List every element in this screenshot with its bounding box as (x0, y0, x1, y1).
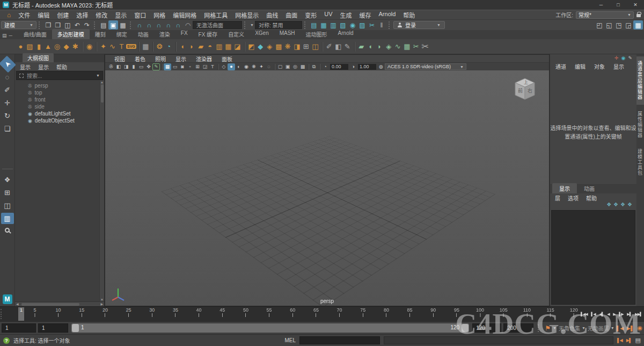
select-hierarchy-icon[interactable]: ▤ (99, 20, 108, 30)
anim-layer-select[interactable]: 无动画层▼ (588, 324, 614, 332)
outliner-item[interactable]: ✇ persp (15, 82, 99, 89)
snap-view-plane-icon[interactable]: ∩ (173, 20, 183, 30)
sidebar-tab[interactable]: 通道盒/层编辑器 (636, 56, 644, 105)
sculpt-tool-icon[interactable]: ◈ (384, 41, 393, 53)
resolution-gate-icon[interactable]: ◙ (179, 63, 186, 70)
bridge-icon[interactable]: ◈ (265, 41, 274, 53)
prev-message-icon[interactable]: ▌◀ (617, 338, 623, 343)
single-pane-layout-button[interactable]: ❖ (1, 174, 14, 185)
shelf-tab[interactable]: 雕刻 (90, 29, 111, 39)
range-slider[interactable]: 1 120 (71, 323, 469, 333)
outliner-item[interactable]: ✇ front (15, 96, 99, 103)
grid-toggle-icon[interactable]: ▦ (164, 63, 171, 70)
menu-item[interactable]: 曲线 (262, 11, 282, 19)
outliner-menu-item[interactable]: 帮助 (53, 63, 71, 70)
menu-item[interactable]: 变形 (301, 11, 320, 19)
next-message-icon[interactable]: ▶▌ (626, 338, 632, 343)
step-forward-key-button[interactable]: ▶▌ (627, 312, 631, 316)
zoom-tool-icon[interactable] (5, 228, 10, 233)
minimize-button[interactable]: ─ (592, 0, 610, 10)
prev-key-icon[interactable]: ▌◀ (617, 326, 624, 331)
time-editor-icon[interactable]: ◔ (164, 41, 173, 53)
go-to-end-button[interactable]: ▶▶▌ (635, 312, 642, 316)
poly-cylinder-icon[interactable]: ▮ (34, 41, 43, 53)
mel-toggle[interactable]: MEL (284, 337, 296, 343)
group-grip[interactable] (39, 21, 41, 29)
extrude-icon[interactable]: ◩ (247, 41, 256, 53)
playback-end-field[interactable]: 120 (472, 323, 501, 333)
shelf-tab[interactable]: 多边形建模 (52, 29, 90, 39)
boolean-difference-icon[interactable]: ▥ (215, 41, 224, 53)
attribute-spreadsheet-icon[interactable]: ◲ (624, 20, 633, 30)
go-to-start-button[interactable]: ▌◀◀ (581, 312, 588, 316)
relax-tool-icon[interactable]: ◖ (366, 41, 375, 53)
exposure-icon[interactable]: ◔ (321, 63, 329, 70)
outliner-menu-item[interactable]: 显示 (16, 63, 34, 70)
shelf-tab[interactable]: XGen (250, 29, 274, 39)
camera-attributes-icon[interactable]: ◨ (122, 63, 130, 70)
view-transform-icon[interactable]: ◍ (377, 63, 385, 70)
symmetry-field[interactable]: 对称: 禁用 (255, 21, 302, 29)
bevel-icon[interactable]: ◆ (256, 41, 265, 53)
svg-tool-icon[interactable]: SVG (126, 44, 136, 49)
command-line-input[interactable] (299, 336, 380, 344)
select-tool-icon[interactable]: ➤ (0, 56, 16, 73)
scroll-up-icon[interactable]: ▲ (100, 81, 104, 84)
platonic-solid-icon[interactable]: ◉ (85, 41, 94, 53)
workspace-select[interactable]: 常规* ▼ (576, 11, 634, 19)
character-set-select[interactable]: 无角色集▼ (559, 324, 586, 332)
multi-cut-icon[interactable]: ✐ (325, 41, 334, 53)
maximize-button[interactable]: □ (610, 0, 627, 10)
make-live-icon[interactable]: ◠ (183, 20, 193, 30)
shelf-tab[interactable]: Arnold (333, 29, 359, 39)
group-grip[interactable] (389, 21, 391, 29)
separate-icon[interactable]: ◗ (187, 41, 196, 53)
paint-select-tool-icon[interactable]: ✐ (1, 84, 14, 96)
wireframe-icon[interactable]: ◇ (220, 63, 228, 70)
gamma-icon[interactable]: ◑ (349, 63, 357, 70)
menu-set-select[interactable]: 建模 ▼ (1, 21, 36, 29)
menu-item[interactable]: 创建 (53, 11, 72, 19)
shelf-tab[interactable]: FX (175, 29, 193, 39)
range-end-handle[interactable] (462, 324, 469, 332)
shelf-tab[interactable]: 绑定 (111, 29, 133, 39)
channel-menu-item[interactable]: 编辑 (570, 62, 590, 70)
safe-action-icon[interactable]: ◲ (201, 63, 209, 70)
viewport-menu-item[interactable]: 显示 (171, 55, 191, 63)
outliner-item[interactable]: ✇ side (15, 103, 99, 110)
color-space-select[interactable]: ACES 1.0 SDR-video (sRGB) ▼ (385, 63, 466, 70)
group-grip[interactable] (538, 325, 540, 332)
poly-disc-icon[interactable]: ✱ (71, 41, 80, 53)
menu-item[interactable]: 编辑网格 (169, 11, 200, 19)
menu-item[interactable]: 修改 (92, 11, 111, 19)
offset-edge-loop-icon[interactable]: ✎ (343, 41, 352, 53)
viewport-menu-item[interactable]: 渲染器 (191, 55, 217, 63)
sidebar-tab[interactable]: 属性编辑器 (636, 107, 644, 142)
xray-active-icon[interactable]: ◎ (291, 63, 299, 70)
step-forward-frame-button[interactable]: ▌▶ (619, 312, 623, 316)
motion-blur-icon[interactable]: ◌ (265, 63, 273, 70)
texture-view-icon[interactable]: ▨ (357, 20, 367, 30)
hypershade-toggle-icon[interactable]: ▦ (633, 20, 643, 30)
edit-channels-icon[interactable]: ✎ (628, 55, 632, 62)
menu-item[interactable]: 网格工具 (200, 11, 231, 19)
fill-hole-icon[interactable]: ▩ (274, 41, 283, 53)
poly-sphere-icon[interactable]: ● (16, 41, 25, 53)
super-shape-icon[interactable]: ✦ (99, 41, 108, 53)
poly-torus-icon[interactable]: ◎ (53, 41, 62, 53)
outliner-hscrollbar[interactable]: ◀ ▶ (15, 301, 104, 306)
view-cube[interactable]: 上 前 右 (509, 76, 540, 105)
film-gate-icon[interactable]: ▭ (171, 63, 179, 70)
menu-item[interactable]: 显示 (111, 11, 130, 19)
layer-menu-item[interactable]: 层 (551, 194, 564, 201)
channel-menu-item[interactable]: 通道 (551, 62, 570, 70)
menu-item[interactable]: UV (320, 11, 336, 19)
show-manipulators-icon[interactable]: ◰ (595, 20, 604, 30)
command-result-field[interactable] (384, 336, 613, 344)
shelf-tab[interactable]: 动画 (133, 29, 154, 39)
duplicate-icon[interactable]: ◫ (311, 41, 320, 53)
animation-start-field[interactable]: 1 (2, 323, 36, 333)
shadows-icon[interactable]: ❋ (250, 63, 258, 70)
two-pane-layout-button[interactable]: ◫ (1, 200, 14, 211)
lock-camera-icon[interactable]: ◧ (115, 63, 122, 70)
